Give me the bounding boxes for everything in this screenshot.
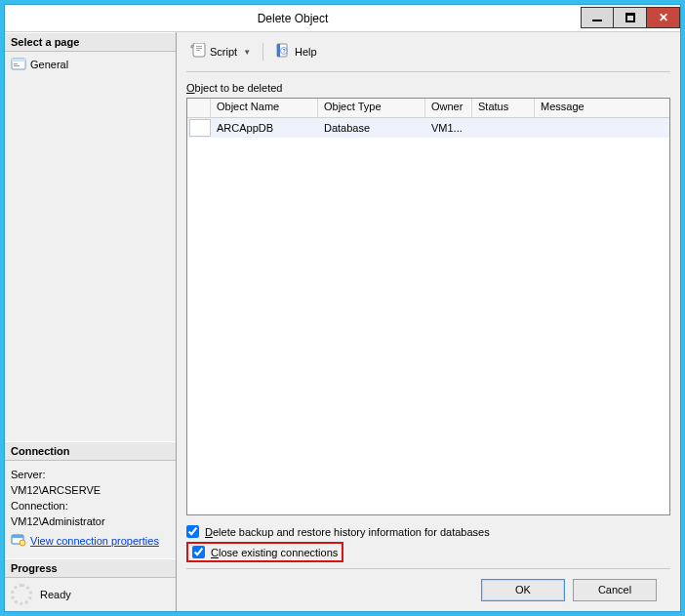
window-controls: ✕: [581, 8, 680, 28]
page-tree-item-general[interactable]: General: [11, 56, 170, 73]
options-panel: Delete backup and restore history inform…: [186, 515, 670, 568]
connection-props-icon: [11, 532, 26, 550]
connection-header: Connection: [5, 441, 176, 461]
server-value: VM12\ARCSERVE: [11, 484, 170, 496]
help-label: Help: [295, 46, 317, 58]
help-icon: ?: [275, 43, 291, 61]
minimize-button[interactable]: [581, 7, 614, 28]
connection-value: VM12\Administrator: [11, 515, 170, 527]
connection-label: Connection:: [11, 500, 170, 512]
col-header-status[interactable]: Status: [472, 99, 535, 117]
svg-rect-7: [196, 46, 202, 47]
dialog-footer: OK Cancel: [186, 568, 670, 611]
script-button[interactable]: Script ▼: [186, 42, 255, 62]
delete-history-label: Delete backup and restore history inform…: [205, 526, 490, 538]
object-to-be-deleted-label: Object to be deleted: [186, 82, 670, 94]
close-connections-label: Close existing connections: [211, 547, 338, 558]
dialog-delete-object: Delete Object ✕ Select a page General Co…: [4, 4, 681, 612]
select-page-header: Select a page: [5, 32, 176, 52]
col-header-type[interactable]: Object Type: [318, 99, 425, 117]
svg-rect-3: [14, 65, 20, 66]
row-selector-icon: [189, 119, 211, 137]
svg-rect-5: [12, 535, 23, 538]
col-header-message[interactable]: Message: [535, 99, 669, 117]
svg-rect-11: [277, 44, 280, 57]
server-label: Server:: [11, 469, 170, 480]
close-button[interactable]: ✕: [647, 7, 680, 28]
cell-object-type: Database: [318, 120, 425, 136]
progress-header: Progress: [5, 558, 176, 578]
svg-rect-9: [196, 50, 200, 51]
dropdown-arrow-icon: ▼: [243, 48, 251, 57]
close-connections-checkbox[interactable]: [192, 546, 205, 558]
grid-header-row: Object Name Object Type Owner Status Mes…: [187, 99, 669, 118]
view-connection-properties-label: View connection properties: [30, 535, 159, 547]
svg-text:?: ?: [282, 48, 286, 54]
col-header-name[interactable]: Object Name: [211, 99, 318, 117]
cell-owner: VM1...: [425, 120, 472, 136]
view-connection-properties-link[interactable]: View connection properties: [11, 531, 170, 551]
table-row[interactable]: ARCAppDB Database VM1...: [187, 118, 669, 138]
script-label: Script: [210, 46, 237, 58]
cell-object-name: ARCAppDB: [211, 120, 318, 136]
dialog-body: Select a page General Connection Server:…: [5, 32, 680, 611]
page-item-label: General: [30, 59, 68, 70]
help-button[interactable]: ? Help: [271, 42, 321, 62]
cancel-button[interactable]: Cancel: [573, 579, 657, 601]
connection-panel: Server: VM12\ARCSERVE Connection: VM12\A…: [5, 461, 176, 558]
toolbar: Script ▼ ? Help: [186, 38, 670, 72]
col-header-icon[interactable]: [187, 99, 211, 117]
right-pane: Script ▼ ? Help Object to be deleted Obj…: [177, 32, 680, 611]
cell-status: [472, 126, 535, 130]
titlebar: Delete Object ✕: [5, 5, 680, 32]
svg-rect-8: [196, 48, 202, 49]
progress-spinner-icon: [11, 584, 32, 605]
progress-panel: Ready: [5, 578, 176, 611]
object-grid: Object Name Object Type Owner Status Mes…: [186, 98, 670, 515]
svg-rect-2: [14, 63, 18, 64]
maximize-button[interactable]: [614, 7, 647, 28]
svg-point-6: [20, 540, 25, 546]
delete-history-checkbox[interactable]: [186, 525, 199, 538]
ok-button[interactable]: OK: [481, 579, 565, 601]
left-pane: Select a page General Connection Server:…: [5, 32, 177, 611]
svg-rect-1: [12, 59, 25, 62]
cell-message: [535, 126, 669, 130]
progress-status-text: Ready: [40, 589, 71, 600]
col-header-owner[interactable]: Owner: [425, 99, 472, 117]
page-icon: [11, 57, 26, 72]
script-icon: [190, 43, 206, 61]
close-connections-highlight: Close existing connections: [186, 542, 343, 562]
toolbar-sep: [262, 43, 263, 61]
window-title: Delete Object: [5, 12, 581, 25]
